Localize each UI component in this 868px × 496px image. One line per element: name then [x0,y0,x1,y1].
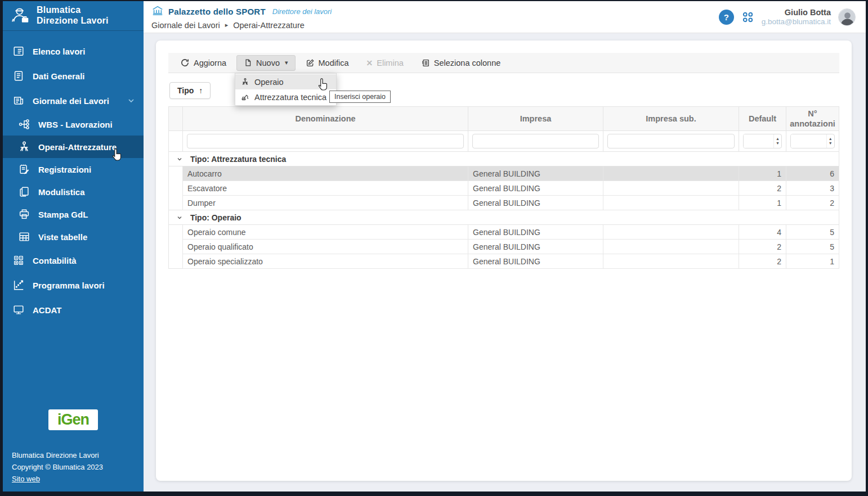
table-row[interactable]: Operaio specializzato General BUILDING 2… [169,254,839,269]
table-row[interactable]: Autocarro General BUILDING 1 6 [169,166,839,181]
close-icon: ✕ [366,58,373,67]
table-row[interactable]: Dumper General BUILDING 1 2 [169,196,839,210]
table-row[interactable]: Escavatore General BUILDING 2 3 [169,181,839,196]
menu-item-operaio[interactable]: Operaio [235,74,336,89]
seleziona-colonne-label: Seleziona colonne [434,58,501,67]
help-button[interactable]: ? [719,10,734,25]
column-header-annotazioni[interactable]: N° annotazioni [786,107,839,131]
filter-impresa-sub-input[interactable] [607,134,735,148]
avatar[interactable] [838,8,856,26]
column-header-denominazione[interactable]: Denominazione [183,107,468,131]
spinner-up-icon[interactable]: ▲ [774,137,781,141]
group-header-row[interactable]: Tipo: Operaio [169,210,839,225]
group-header-row[interactable]: Tipo: Attrezzatura tecnica [169,152,839,166]
chart-steps-icon [12,278,25,292]
sidebar-item-label: Dati Generali [33,71,85,81]
filter-row: ▲ ▼ ▲ ▼ [169,131,839,152]
cell-denominazione: Autocarro [183,166,468,181]
sidebar-nav: Elenco lavori Dati Generali [3,39,144,322]
cell-impresa-sub [603,166,739,181]
sidebar-item-registrazioni[interactable]: Registrazioni [3,158,144,181]
nuovo-button[interactable]: Nuovo ▾ [236,55,295,71]
sidebar-item-operai-attrezzature[interactable]: Operai-Attrezzature [3,136,144,158]
user-name: Giulio Botta [762,7,831,17]
sidebar-item-label: Programma lavori [33,281,105,290]
filter-default-input[interactable] [744,134,773,148]
sidebar-item-stampa-gdl[interactable]: Stampa GdL [3,203,144,226]
cell-impresa-sub [603,196,739,210]
worker-icon [17,140,31,154]
caret-down-icon: ▾ [285,59,288,66]
column-header-default[interactable]: Default [739,107,786,131]
filter-stub [169,131,183,152]
cell-denominazione: Dumper [183,196,468,210]
sidebar-item-label: Elenco lavori [33,47,85,56]
column-header-impresa[interactable]: Impresa [468,107,603,131]
sito-web-link[interactable]: Sito web [12,475,40,483]
sidebar-item-giornale-dei-lavori[interactable]: Giornale dei Lavori [3,88,144,113]
sidebar-item-label: Contabilità [33,256,77,265]
sidebar-item-dati-generali[interactable]: Dati Generali [3,64,144,88]
grid-toolbar: Aggiorna Nuovo ▾ [168,53,839,73]
data-grid: Denominazione Impresa Impresa sub. Defau… [168,106,839,269]
elimina-label: Elimina [377,58,404,67]
monitor-icon [12,303,25,317]
cell-annotazioni: 1 [786,254,839,269]
filter-annotazioni-input[interactable] [791,134,826,148]
cell-annotazioni: 5 [786,225,839,240]
apps-grid-icon[interactable] [741,11,754,24]
column-chooser-icon [421,58,430,67]
spinner-up-icon[interactable]: ▲ [827,137,834,141]
seleziona-colonne-button[interactable]: Seleziona colonne [414,55,508,71]
menu-item-attrezzatura-tecnica[interactable]: Attrezzatura tecnica [235,89,336,105]
spinner-down-icon[interactable]: ▼ [774,141,781,146]
sidebar-item-modulistica[interactable]: Modulistica [3,181,144,203]
group-chip-label: Tipo [177,86,194,95]
filter-denominazione-input[interactable] [187,134,464,148]
sidebar-item-label: Modulistica [38,187,85,197]
refresh-icon [180,58,190,67]
cell-annotazioni: 6 [786,166,839,181]
spinner-down-icon[interactable]: ▼ [827,141,834,146]
chevron-down-icon[interactable] [176,156,183,163]
sidebar-item-label: Giornale dei Lavori [33,96,109,106]
filter-default-spinner: ▲ ▼ [743,134,782,148]
breadcrumb-item[interactable]: Giornale dei Lavori [151,21,220,30]
filter-impresa-input[interactable] [472,134,599,148]
elimina-button[interactable]: ✕ Elimina [359,55,411,71]
sidebar-item-label: Operai-Attrezzature [38,142,117,152]
brand-line2: Direzione Lavori [37,16,109,26]
table-row[interactable]: Operaio qualificato General BUILDING 2 5 [169,240,839,254]
group-chip-tipo[interactable]: Tipo ↑ [169,82,211,99]
sidebar-item-elenco-lavori[interactable]: Elenco lavori [3,39,144,64]
sidebar-item-contabilita[interactable]: Contabilità [3,248,144,273]
aggiorna-button[interactable]: Aggiorna [173,55,234,71]
sidebar-item-label: Viste tabelle [38,232,87,242]
cell-denominazione: Operaio qualificato [183,240,468,254]
filter-annotazioni-spinner: ▲ ▼ [790,134,835,148]
cell-impresa: General BUILDING [468,181,603,196]
table-icon [17,230,31,244]
sidebar-item-viste-tabelle[interactable]: Viste tabelle [3,226,144,248]
sidebar-item-label: Registrazioni [38,165,91,174]
column-header-impresa-sub[interactable]: Impresa sub. [603,107,739,131]
column-header-stub [169,107,183,131]
sidebar-item-programma-lavori[interactable]: Programma lavori [3,273,144,297]
sidebar-item-acdat[interactable]: ACDAT [3,297,144,322]
header-row: Denominazione Impresa Impresa sub. Defau… [169,107,839,131]
app-logo: Blumatica Direzione Lavori [3,1,144,31]
sidebar-footer: iGen Blumatica Direzione Lavori Copyrigh… [3,409,144,492]
breadcrumb-item[interactable]: Operai-Attrezzature [233,21,305,30]
user-role-label: Direttore dei lavori [272,7,332,16]
calculator-icon [12,254,25,267]
table-row[interactable]: Operaio comune General BUILDING 4 5 [169,225,839,240]
igen-logo: iGen [48,409,98,430]
org-chart-icon [17,118,31,131]
top-header: Palazzetto dello SPORT Direttore dei lav… [144,1,866,33]
modifica-button[interactable]: Modifica [298,55,356,71]
list-icon [12,44,25,58]
chevron-down-icon[interactable] [176,214,183,221]
sidebar-item-wbs-lavorazioni[interactable]: WBS - Lavorazioni [3,113,144,136]
newspaper-icon [12,94,25,107]
copies-icon [17,185,31,199]
